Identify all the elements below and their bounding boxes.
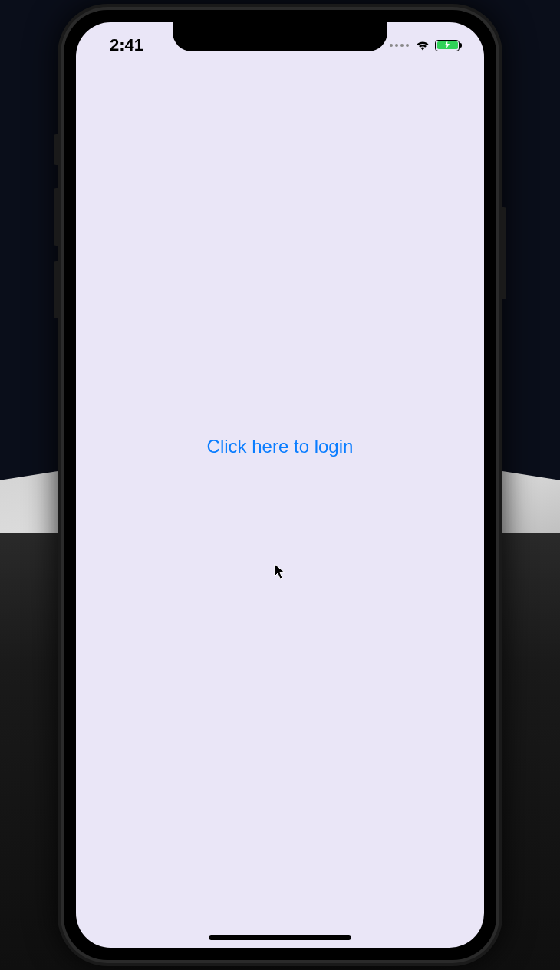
mute-switch[interactable]	[54, 134, 58, 165]
wifi-icon	[415, 40, 430, 51]
cursor-icon	[274, 563, 286, 583]
cellular-dots-icon	[390, 44, 409, 47]
volume-up-button[interactable]	[54, 188, 58, 246]
notch	[173, 22, 387, 51]
volume-down-button[interactable]	[54, 261, 58, 318]
phone-screen: 2:41	[76, 22, 484, 948]
battery-icon	[435, 40, 460, 51]
main-content: Click here to login	[76, 22, 484, 948]
power-button[interactable]	[502, 207, 506, 299]
status-indicators	[390, 40, 460, 51]
home-indicator[interactable]	[209, 935, 351, 940]
login-button[interactable]: Click here to login	[207, 436, 354, 457]
status-time: 2:41	[110, 35, 143, 55]
battery-charging-icon	[444, 41, 450, 50]
phone-frame: 2:41	[58, 4, 502, 966]
